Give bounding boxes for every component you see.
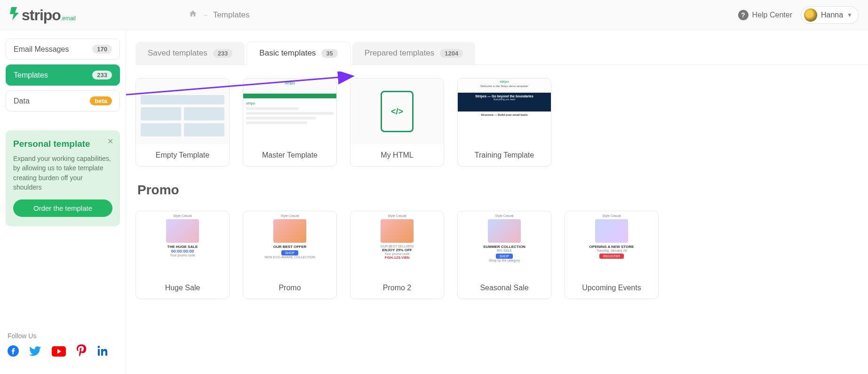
template-label: Empty Template	[136, 144, 229, 166]
brand-logo[interactable]: stripo .email	[0, 6, 95, 24]
template-card-upcoming-events[interactable]: Style CasualOPENING A NEW STORETuesday, …	[565, 211, 659, 299]
beta-badge: beta	[90, 96, 112, 105]
tab-basic-templates[interactable]: Basic templates 35	[247, 41, 350, 65]
sidebar: Email Messages 170 Templates 233 Data be…	[0, 30, 126, 374]
breadcrumb-current[interactable]: Templates	[213, 10, 249, 20]
basic-templates-grid: Empty Template stripostripo Master Templ…	[135, 78, 868, 167]
close-icon[interactable]: ✕	[107, 137, 113, 146]
template-thumb: Style CasualOPENING A NEW STORETuesday, …	[565, 211, 658, 277]
follow-us-label: Follow Us	[8, 332, 118, 340]
template-tabs: Saved templates 233 Basic templates 35 P…	[135, 41, 868, 65]
tab-count: 35	[321, 49, 337, 58]
tab-prepared-templates[interactable]: Prepared templates 1204	[352, 42, 475, 64]
template-label: My HTML	[350, 144, 444, 166]
template-thumb: Style CasualSUMMER COLLECTIONBIG SALESHO…	[458, 211, 551, 277]
template-card-my-html[interactable]: </> My HTML	[350, 78, 444, 167]
tab-label: Basic templates	[259, 48, 316, 58]
tab-label: Prepared templates	[365, 48, 434, 58]
tab-saved-templates[interactable]: Saved templates 233	[135, 42, 245, 64]
template-thumb: Style CasualOUR BEST SELLERS!ENJOY 25% O…	[350, 211, 444, 277]
template-label: Master Template	[243, 144, 336, 166]
template-label: Promo 2	[350, 277, 444, 299]
sidebar-item-label: Data	[14, 97, 30, 105]
twitter-icon[interactable]	[29, 345, 41, 360]
promo-templates-grid: Style CasualTHE HUGE SALE00:00:00:00Your…	[135, 211, 868, 299]
tab-count: 233	[213, 49, 233, 58]
template-card-seasonal-sale[interactable]: Style CasualSUMMER COLLECTIONBIG SALESHO…	[457, 211, 551, 299]
sidebar-item-label: Templates	[14, 71, 48, 80]
tab-label: Saved templates	[148, 48, 207, 58]
chevron-down-icon: ▼	[847, 12, 852, 18]
avatar	[804, 8, 817, 22]
sidebar-item-data[interactable]: Data beta	[6, 90, 120, 111]
personal-template-card: ✕ Personal template Expand your working …	[6, 130, 120, 226]
user-name: Hanna	[821, 11, 843, 19]
promo-title: Personal template	[13, 139, 112, 149]
brand-suffix: .email	[61, 15, 76, 22]
template-card-training[interactable]: stripoWelcome to the Stripo demo templat…	[457, 78, 551, 167]
sidebar-item-label: Email Messages	[14, 45, 69, 54]
breadcrumb-arrow-icon: →	[202, 11, 208, 19]
template-card-promo[interactable]: Style CasualOUR BEST OFFERSHOPNEW ECO-AW…	[243, 211, 337, 299]
sidebar-item-email-messages[interactable]: Email Messages 170	[6, 39, 120, 60]
order-template-button[interactable]: Order the template	[13, 199, 112, 217]
template-thumb: Style CasualTHE HUGE SALE00:00:00:00Your…	[136, 211, 229, 277]
count-badge: 233	[92, 71, 112, 80]
home-icon[interactable]	[189, 9, 197, 20]
template-card-promo-2[interactable]: Style CasualOUR BEST SELLERS!ENJOY 25% O…	[350, 211, 444, 299]
template-label: Huge Sale	[136, 277, 229, 299]
tab-count: 1204	[440, 49, 463, 58]
help-label: Help Center	[752, 11, 792, 19]
template-thumb	[136, 79, 229, 144]
template-thumb: stripoWelcome to the Stripo demo templat…	[458, 79, 551, 144]
template-label: Upcoming Events	[565, 277, 658, 299]
main-content: Saved templates 233 Basic templates 35 P…	[126, 30, 868, 374]
template-label: Promo	[243, 277, 336, 299]
count-badge: 170	[92, 45, 112, 54]
help-center-link[interactable]: ? Help Center	[738, 10, 792, 20]
pinterest-icon[interactable]	[76, 344, 87, 361]
template-label: Training Template	[458, 144, 551, 166]
promo-body: Expand your working capabilities, by all…	[13, 154, 112, 192]
youtube-icon[interactable]	[52, 345, 66, 360]
template-card-empty[interactable]: Empty Template	[135, 78, 230, 167]
breadcrumb: → Templates	[189, 9, 249, 20]
template-card-huge-sale[interactable]: Style CasualTHE HUGE SALE00:00:00:00Your…	[135, 211, 230, 299]
social-links	[8, 344, 118, 361]
template-label: Seasonal Sale	[458, 277, 551, 299]
template-thumb: Style CasualOUR BEST OFFERSHOPNEW ECO-AW…	[243, 211, 336, 277]
app-header: stripo .email → Templates ? Help Center …	[0, 0, 868, 30]
user-menu[interactable]: Hanna ▼	[801, 6, 859, 24]
template-thumb: </>	[350, 79, 444, 144]
section-title-promo: Promo	[137, 183, 868, 198]
stripo-mark-icon	[8, 6, 20, 20]
template-card-master[interactable]: stripostripo Master Template	[243, 78, 337, 167]
brand-name: stripo	[22, 7, 61, 24]
facebook-icon[interactable]	[8, 345, 19, 360]
template-thumb: stripostripo	[243, 79, 336, 144]
linkedin-icon[interactable]	[97, 345, 108, 360]
help-icon: ?	[738, 10, 749, 20]
sidebar-item-templates[interactable]: Templates 233	[6, 64, 120, 86]
